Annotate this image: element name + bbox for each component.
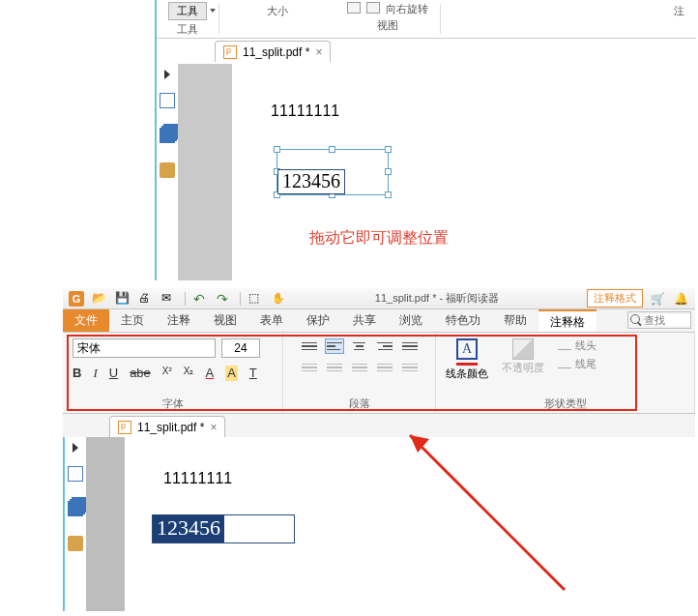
menu-file[interactable]: 文件 (63, 309, 109, 332)
annotate-label: 注 (674, 4, 684, 18)
pdf-icon (223, 45, 237, 59)
subscript-button[interactable]: X₂ (184, 366, 194, 381)
text-button[interactable]: T (249, 366, 257, 381)
resize-handle-tl[interactable] (274, 146, 280, 153)
cart-icon[interactable]: 🛒 (651, 292, 666, 306)
quick-access-toolbar: G 11_split.pdf * - 福昕阅读器 注释格式 🛒 🔔 (63, 288, 695, 309)
line-color-button[interactable]: A 线条颜色 (446, 338, 488, 379)
indent-inc-button[interactable] (325, 360, 344, 375)
line-tail-icon (558, 361, 571, 368)
textbox-editing[interactable]: 123456 (152, 514, 295, 543)
save-icon[interactable] (115, 291, 131, 307)
line-head-button[interactable]: 线头 (558, 338, 596, 353)
hand-tool-icon[interactable] (272, 291, 287, 307)
line-color-icon: A (456, 338, 478, 360)
ribbon-group-rotate: 向右旋转 视图 (335, 0, 440, 38)
menu-help[interactable]: 帮助 (492, 309, 538, 332)
comments-panel-icon[interactable] (68, 536, 83, 551)
menu-protect[interactable]: 保护 (295, 309, 341, 332)
resize-handle-br[interactable] (385, 191, 392, 198)
tab-filename-bottom: 11_split.pdf * (137, 421, 204, 434)
line-color-swatch (456, 363, 478, 366)
window-title: 11_split.pdf * - 福昕阅读器 (295, 291, 579, 306)
font-size-select[interactable] (221, 338, 260, 358)
superscript-button[interactable]: X² (162, 366, 172, 381)
undo-icon[interactable] (193, 291, 209, 307)
expand-arrow-icon[interactable] (73, 443, 78, 453)
ribbon-separator (440, 4, 441, 34)
menu-special[interactable]: 特色功 (434, 309, 492, 332)
resize-handle-tm[interactable] (329, 146, 335, 153)
line-color-label: 线条颜色 (446, 367, 488, 379)
page-thumb-icon[interactable] (160, 93, 175, 108)
tab-close-button-bottom[interactable]: × (210, 421, 217, 434)
textbox-cursor-area[interactable] (224, 515, 263, 543)
line-spacing-button[interactable] (375, 360, 394, 375)
document-tab[interactable]: 11_split.pdf * × (215, 41, 331, 62)
numbering-button[interactable] (350, 360, 369, 375)
search-box[interactable] (627, 311, 691, 329)
textbox-selection[interactable]: 123456 (276, 149, 389, 195)
notify-icon[interactable]: 🔔 (674, 292, 689, 306)
search-input[interactable] (644, 314, 690, 326)
page-canvas-bottom[interactable]: 11111111 123456 (125, 437, 695, 611)
shape-group: A 线条颜色 不透明度 线头 线尾 形状类型 (436, 333, 695, 413)
align-justify-button[interactable] (400, 338, 420, 354)
comments-panel-icon[interactable] (160, 162, 175, 178)
resize-handle-mr[interactable] (385, 168, 392, 175)
tool-label: 工具 (177, 22, 198, 37)
pages-panel-icon[interactable] (160, 128, 175, 143)
select-tool-icon[interactable] (248, 291, 264, 307)
highlight-button[interactable]: A (225, 366, 238, 381)
page-thumb-icon[interactable] (68, 466, 83, 482)
tab-close-button[interactable]: × (315, 45, 322, 59)
menu-home[interactable]: 主页 (109, 309, 156, 332)
opacity-button[interactable]: 不透明度 (502, 338, 544, 373)
font-family-select[interactable] (73, 338, 216, 358)
strike-button[interactable]: abe (130, 366, 151, 381)
document-text-bottom: 11111111 (163, 470, 695, 487)
menu-annotate[interactable]: 注释 (156, 309, 202, 332)
ribbon-group-annotate: 注 (662, 0, 696, 38)
bullets-button[interactable] (300, 338, 319, 354)
pdf-icon (118, 421, 131, 434)
resize-handle-tr[interactable] (385, 146, 392, 153)
screenshot-top: 工具 工具 大小 向右旋转 视图 注 11_split.pdf * × (155, 0, 696, 280)
annotation-hint-text: 拖动它即可调整位置 (309, 228, 449, 249)
italic-button[interactable]: I (93, 366, 97, 381)
ribbon-group-size: 大小 (219, 0, 335, 38)
menu-annot-format[interactable]: 注释格 (538, 309, 596, 332)
sidebar-strip-bottom (65, 437, 86, 611)
pages-panel-icon[interactable] (68, 501, 83, 516)
paragraph-group-label: 段落 (293, 395, 425, 411)
opacity-icon (512, 338, 534, 360)
align-right-button[interactable] (375, 338, 394, 354)
document-text: 11111111 (271, 103, 696, 120)
redo-icon[interactable] (217, 291, 232, 307)
font-color-button[interactable]: A (206, 366, 215, 381)
menu-share[interactable]: 共享 (341, 309, 388, 332)
page-canvas[interactable]: 11111111 123456 拖动它即可调整位置 (232, 64, 696, 280)
align-center-button[interactable] (350, 338, 369, 354)
para-dialog-button[interactable] (400, 360, 420, 375)
print-icon[interactable] (138, 291, 154, 307)
indent-dec-button[interactable] (300, 360, 319, 375)
mail-icon[interactable] (161, 291, 177, 307)
expand-arrow-icon[interactable] (164, 70, 170, 79)
thumbnail-column-bottom (86, 437, 125, 611)
textbox-content[interactable]: 123456 (277, 169, 345, 194)
document-tab-bottom[interactable]: 11_split.pdf * × (109, 416, 225, 437)
rotate-right-icon[interactable] (366, 2, 380, 14)
menu-view[interactable]: 视图 (202, 309, 248, 332)
align-left-button[interactable] (325, 338, 344, 354)
line-tail-button[interactable]: 线尾 (558, 357, 596, 371)
menu-form[interactable]: 表单 (248, 309, 295, 332)
rotate-left-icon[interactable] (347, 2, 361, 14)
tool-dropdown-button[interactable]: 工具 (168, 2, 207, 20)
open-icon[interactable] (92, 291, 107, 307)
ribbon-top: 工具 工具 大小 向右旋转 视图 注 (157, 0, 696, 39)
menu-browse[interactable]: 浏览 (388, 309, 434, 332)
bold-button[interactable]: B (73, 366, 81, 381)
rotate-right-label: 向右旋转 (386, 2, 428, 16)
underline-button[interactable]: U (109, 366, 118, 381)
